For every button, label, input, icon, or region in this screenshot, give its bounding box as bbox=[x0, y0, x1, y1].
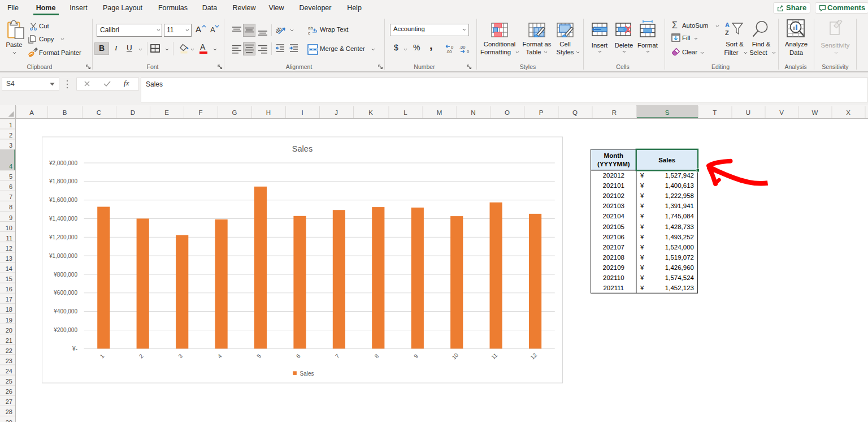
svg-text:29: 29 bbox=[6, 419, 12, 422]
svg-text:22: 22 bbox=[6, 347, 12, 354]
svg-text:9: 9 bbox=[9, 214, 12, 221]
svg-text:J: J bbox=[335, 109, 338, 116]
svg-text:¥: ¥ bbox=[640, 254, 644, 261]
svg-text:1,527,942: 1,527,942 bbox=[665, 172, 694, 179]
svg-text:202109: 202109 bbox=[603, 264, 624, 271]
svg-text:¥: ¥ bbox=[640, 213, 644, 219]
svg-text:O: O bbox=[505, 109, 510, 116]
svg-text:A: A bbox=[29, 109, 34, 116]
svg-text:.00: .00 bbox=[446, 49, 452, 54]
svg-text:S: S bbox=[665, 109, 670, 116]
svg-text:10: 10 bbox=[6, 225, 12, 231]
svg-text:¥: ¥ bbox=[640, 172, 644, 179]
svg-text:202106: 202106 bbox=[603, 234, 624, 240]
svg-text:13: 13 bbox=[6, 255, 12, 262]
svg-text:C: C bbox=[97, 109, 101, 116]
svg-text:T: T bbox=[713, 109, 717, 116]
svg-text:U: U bbox=[746, 109, 750, 116]
svg-text:¥: ¥ bbox=[640, 203, 644, 209]
svg-text:1,574,524: 1,574,524 bbox=[665, 274, 695, 281]
svg-text:1,519,072: 1,519,072 bbox=[665, 254, 694, 261]
svg-text:1: 1 bbox=[9, 122, 12, 128]
svg-text:¥1,400,000: ¥1,400,000 bbox=[49, 216, 77, 222]
svg-text:8: 8 bbox=[9, 204, 12, 210]
svg-text:202102: 202102 bbox=[603, 192, 624, 199]
svg-text:202101: 202101 bbox=[603, 182, 624, 189]
svg-text:N: N bbox=[471, 109, 475, 116]
svg-text:A: A bbox=[725, 21, 730, 28]
svg-text:¥1,000,000: ¥1,000,000 bbox=[49, 253, 77, 259]
svg-text:L: L bbox=[403, 109, 407, 116]
svg-text:202107: 202107 bbox=[603, 244, 624, 251]
svg-text:¥200,000: ¥200,000 bbox=[53, 327, 77, 333]
svg-text:V: V bbox=[779, 109, 784, 116]
svg-text:¥: ¥ bbox=[640, 244, 644, 251]
svg-text:15: 15 bbox=[6, 275, 12, 282]
svg-text:¥: ¥ bbox=[640, 182, 644, 189]
svg-text:ab: ab bbox=[308, 25, 313, 31]
svg-text:¥1,600,000: ¥1,600,000 bbox=[49, 197, 77, 203]
svg-text:¥1,200,000: ¥1,200,000 bbox=[49, 234, 77, 240]
svg-text:24: 24 bbox=[6, 368, 12, 374]
svg-text:20: 20 bbox=[6, 327, 12, 334]
svg-text:202103: 202103 bbox=[603, 203, 624, 209]
svg-text:¥600,000: ¥600,000 bbox=[53, 290, 77, 296]
svg-text:1,493,252: 1,493,252 bbox=[665, 234, 694, 240]
svg-text:16: 16 bbox=[6, 286, 12, 292]
svg-text:E: E bbox=[164, 109, 169, 116]
svg-text:1,391,941: 1,391,941 bbox=[665, 203, 694, 209]
svg-text:202104: 202104 bbox=[603, 213, 625, 219]
svg-text:Sales: Sales bbox=[300, 371, 314, 377]
svg-text:M: M bbox=[437, 109, 442, 116]
svg-text:6: 6 bbox=[9, 183, 12, 190]
svg-text:202108: 202108 bbox=[603, 254, 624, 261]
svg-text:4: 4 bbox=[9, 163, 12, 170]
svg-text:¥400,000: ¥400,000 bbox=[53, 308, 77, 315]
svg-text:28: 28 bbox=[6, 408, 12, 415]
svg-text:Q: Q bbox=[572, 109, 578, 116]
svg-text:H: H bbox=[266, 109, 271, 116]
svg-text:X: X bbox=[846, 109, 850, 116]
svg-text:K: K bbox=[368, 109, 373, 116]
svg-text:1,452,123: 1,452,123 bbox=[665, 285, 694, 291]
svg-text:1,524,000: 1,524,000 bbox=[665, 244, 694, 251]
svg-text:Sales: Sales bbox=[658, 157, 675, 163]
svg-text:18: 18 bbox=[6, 306, 12, 313]
svg-text:¥2,000,000: ¥2,000,000 bbox=[49, 160, 77, 166]
svg-text:202105: 202105 bbox=[603, 223, 624, 230]
svg-text:17: 17 bbox=[6, 296, 12, 303]
svg-text:¥1,800,000: ¥1,800,000 bbox=[49, 178, 77, 184]
svg-text:¥-: ¥- bbox=[72, 346, 77, 352]
svg-text:¥: ¥ bbox=[640, 223, 644, 230]
svg-text:1,426,960: 1,426,960 bbox=[665, 264, 694, 271]
svg-text:I: I bbox=[301, 109, 303, 116]
svg-text:21: 21 bbox=[6, 337, 12, 344]
svg-text:D: D bbox=[131, 109, 135, 116]
svg-text:202110: 202110 bbox=[603, 274, 624, 281]
svg-text:25: 25 bbox=[6, 378, 12, 385]
svg-text:R: R bbox=[612, 109, 617, 116]
svg-text:1,400,613: 1,400,613 bbox=[665, 182, 694, 189]
svg-text:Month: Month bbox=[604, 152, 623, 159]
svg-text:7: 7 bbox=[9, 193, 12, 200]
svg-text:(YYYYMM): (YYYYMM) bbox=[597, 161, 630, 167]
svg-text:2: 2 bbox=[9, 132, 12, 139]
svg-text:¥: ¥ bbox=[640, 234, 644, 240]
svg-text:14: 14 bbox=[6, 265, 12, 272]
svg-text:W: W bbox=[812, 109, 818, 116]
svg-text:¥: ¥ bbox=[640, 264, 644, 271]
svg-text:5: 5 bbox=[9, 173, 12, 180]
svg-text:¥800,000: ¥800,000 bbox=[53, 272, 77, 278]
svg-text:¥: ¥ bbox=[640, 274, 644, 281]
svg-text:F: F bbox=[198, 109, 202, 116]
svg-text:Sales: Sales bbox=[292, 144, 313, 153]
svg-text:1,428,733: 1,428,733 bbox=[665, 223, 694, 230]
svg-text:11: 11 bbox=[6, 235, 12, 242]
svg-text:B: B bbox=[63, 109, 67, 116]
svg-text:c: c bbox=[308, 31, 310, 35]
svg-text:¥: ¥ bbox=[640, 192, 644, 199]
svg-text:P: P bbox=[539, 109, 544, 116]
svg-text:1,745,084: 1,745,084 bbox=[665, 213, 695, 219]
svg-text:G: G bbox=[232, 109, 237, 116]
svg-text:3: 3 bbox=[9, 142, 12, 149]
